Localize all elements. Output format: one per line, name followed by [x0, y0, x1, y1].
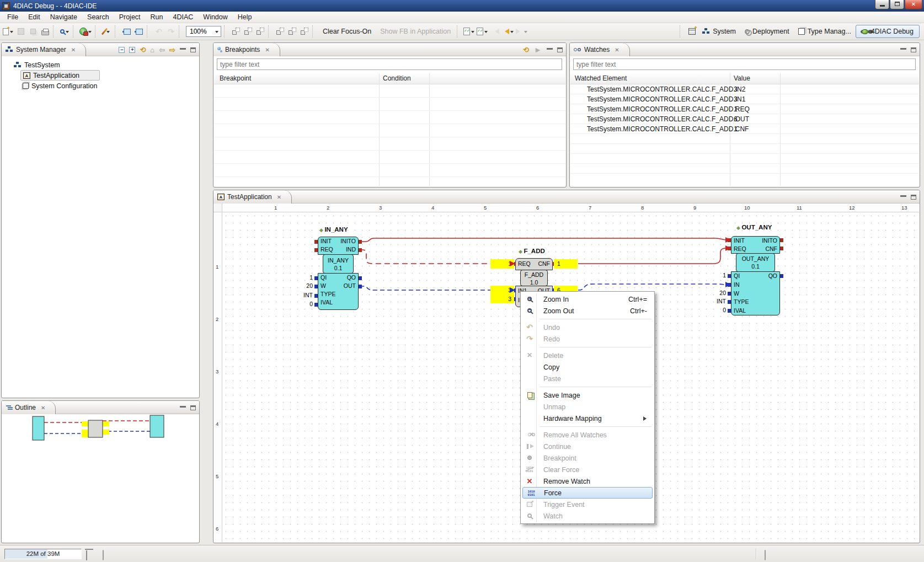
zoom-level-combo[interactable]: 100%: [186, 26, 221, 37]
breakpoints-minimize-icon[interactable]: [547, 47, 553, 50]
menu-item-watch[interactable]: Watch: [521, 510, 654, 522]
outline-close-icon[interactable]: ✕: [41, 405, 45, 411]
tree-item-testsystem[interactable]: TestSystem: [12, 60, 100, 70]
watched-element-column-header[interactable]: Watched Element: [575, 74, 627, 82]
undo-button[interactable]: ↶: [153, 25, 164, 38]
minimize-button[interactable]: [875, 0, 889, 9]
menu-item-save-image[interactable]: Save Image: [521, 389, 654, 401]
menu-item-zoom-in[interactable]: + Zoom InCtrl+=: [521, 293, 654, 305]
breakpoints-close-icon[interactable]: ✕: [265, 47, 269, 53]
outline-minimize-icon[interactable]: [180, 405, 186, 408]
print-button[interactable]: [40, 25, 51, 38]
fb-route-3-button[interactable]: [299, 25, 310, 38]
condition-column-header[interactable]: Condition: [383, 74, 411, 82]
back-gold-button[interactable]: [502, 25, 515, 38]
fb-layout-2-button[interactable]: [243, 25, 254, 38]
menu-navigate[interactable]: Navigate: [45, 12, 82, 23]
menu-search[interactable]: Search: [82, 12, 114, 23]
home-button[interactable]: ⌂: [150, 46, 154, 54]
editor-minimize-icon[interactable]: [900, 195, 906, 197]
watches-maximize-icon[interactable]: [911, 47, 916, 52]
system-manager-tab[interactable]: System Manager ✕: [2, 43, 86, 56]
breakpoints-resume-button[interactable]: ▶: [533, 45, 542, 54]
breakpoints-tab[interactable]: Breakpoints ✕: [213, 43, 280, 56]
breakpoint-column-header[interactable]: Breakpoint: [220, 74, 251, 82]
run-debug-button[interactable]: [79, 25, 93, 38]
progress-area-button[interactable]: [765, 550, 766, 560]
watches-minimize-icon[interactable]: [900, 47, 906, 50]
search-button[interactable]: [60, 25, 71, 38]
heap-status-gauge[interactable]: 22M of 39M: [4, 549, 82, 559]
heap-pin-button[interactable]: [103, 550, 104, 560]
close-button[interactable]: ✕: [905, 0, 922, 9]
refresh-button[interactable]: ⟲: [140, 46, 146, 54]
breakpoints-maximize-icon[interactable]: [557, 47, 563, 52]
menu-item-trigger-event[interactable]: Trigger Event: [521, 499, 654, 510]
breakpoints-filter-input[interactable]: [217, 58, 562, 70]
maximize-button[interactable]: [890, 0, 904, 9]
menu-item-copy[interactable]: Copy: [521, 361, 654, 373]
redo-button[interactable]: ↷: [165, 25, 177, 38]
menu-item-delete[interactable]: ✕ Delete: [521, 350, 654, 361]
vertical-ruler[interactable]: 1 2 3 4 5 6: [213, 212, 222, 542]
new-wizard-button[interactable]: [3, 25, 14, 38]
watches-tab[interactable]: Watches ✕: [570, 43, 630, 56]
tree-item-testapplication[interactable]: A TestApplication: [20, 70, 100, 81]
system-manager-close-icon[interactable]: ✕: [71, 47, 76, 53]
menu-item-unmap[interactable]: Unmap: [521, 401, 654, 413]
watches-close-icon[interactable]: ✕: [615, 47, 619, 53]
editor-maximize-icon[interactable]: [911, 195, 916, 200]
menu-item-breakpoint[interactable]: Breakpoint: [521, 452, 654, 464]
menu-item-hardware-mapping[interactable]: Hardware Mapping: [521, 413, 654, 424]
menu-item-remove-all-watches[interactable]: Remove All Watches: [521, 429, 654, 441]
outline-tab[interactable]: Outline ✕: [2, 401, 56, 414]
minimize-view-icon[interactable]: [180, 47, 186, 50]
menu-project[interactable]: Project: [114, 12, 146, 23]
fb-layout-3-button[interactable]: [255, 25, 266, 38]
save-all-button[interactable]: [28, 25, 39, 38]
testapplication-editor-tab[interactable]: A TestApplication ✕: [213, 190, 292, 204]
watch-row[interactable]: TestSystem.MICROCONTROLLER.CALC.F_ADD.RE…: [570, 104, 919, 114]
watch-row[interactable]: TestSystem.MICROCONTROLLER.CALC.F_ADD.CN…: [570, 124, 919, 134]
menu-edit[interactable]: Edit: [23, 12, 45, 23]
breakpoints-refresh-button[interactable]: ⟲: [523, 46, 529, 54]
menu-item-force[interactable]: 10100101 Force: [522, 487, 653, 499]
perspective-4diac-debug[interactable]: 4DIAC Debug: [856, 25, 920, 38]
fb-route-1-button[interactable]: [275, 25, 286, 38]
menu-window[interactable]: Window: [198, 12, 232, 23]
menu-4diac[interactable]: 4DIAC: [168, 12, 199, 23]
fb-layout-1-button[interactable]: [231, 25, 242, 38]
monitor-fb-button[interactable]: [121, 25, 132, 38]
watch-row[interactable]: TestSystem.MICROCONTROLLER.CALC.F_ADD.OU…: [570, 114, 919, 124]
collapse-all-button[interactable]: −: [119, 47, 125, 53]
maximize-view-icon[interactable]: [190, 47, 196, 52]
last-edit-location-button[interactable]: [463, 25, 476, 38]
fb-route-2-button[interactable]: [287, 25, 298, 38]
expand-all-button[interactable]: +: [129, 47, 135, 53]
monitor-fb2-button[interactable]: [133, 25, 145, 38]
menu-item-zoom-out[interactable]: − Zoom OutCtrl+-: [521, 305, 654, 317]
menu-file[interactable]: File: [2, 12, 23, 23]
watch-row[interactable]: TestSystem.MICROCONTROLLER.CALC.F_ADD.IN…: [570, 84, 919, 94]
outline-maximize-icon[interactable]: [190, 405, 196, 410]
menu-help[interactable]: Help: [233, 12, 257, 23]
clear-focus-on-button[interactable]: Clear Focus-On: [318, 28, 376, 35]
nav-forward-button[interactable]: ⇨: [169, 46, 175, 54]
menu-item-paste[interactable]: Paste: [521, 373, 654, 384]
tree-item-system-configuration[interactable]: System Configuration: [20, 81, 100, 91]
perspective-deployment[interactable]: Deployment: [740, 25, 794, 38]
show-fb-in-application-button[interactable]: Show FB in Application: [376, 28, 455, 35]
save-button[interactable]: [15, 25, 26, 38]
perspective-type-management[interactable]: Type Manag...: [794, 25, 856, 38]
watches-filter-input[interactable]: [573, 58, 916, 70]
marker-button[interactable]: [102, 25, 113, 38]
menu-item-undo[interactable]: ↶ Undo: [521, 322, 654, 333]
run-garbage-collector-button[interactable]: [86, 550, 87, 560]
forward-history-button[interactable]: [516, 25, 528, 38]
import-items-button[interactable]: [477, 25, 489, 38]
value-column-header[interactable]: Value: [734, 74, 750, 82]
menu-item-remove-watch[interactable]: ✕ Remove Watch: [521, 475, 654, 487]
open-perspective-button[interactable]: [686, 25, 697, 38]
back-history-button[interactable]: [490, 25, 501, 38]
nav-back-button[interactable]: ⇦: [159, 46, 165, 54]
